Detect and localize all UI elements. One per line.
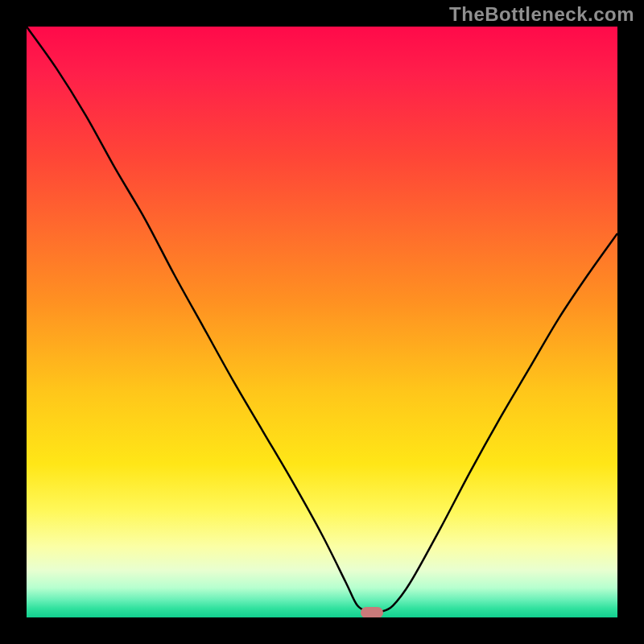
plot-background-gradient: [27, 27, 617, 617]
plot-area: [27, 27, 617, 617]
watermark-text: TheBottleneck.com: [449, 3, 634, 26]
chart-frame: TheBottleneck.com: [0, 0, 644, 644]
minimum-marker: [361, 607, 383, 617]
